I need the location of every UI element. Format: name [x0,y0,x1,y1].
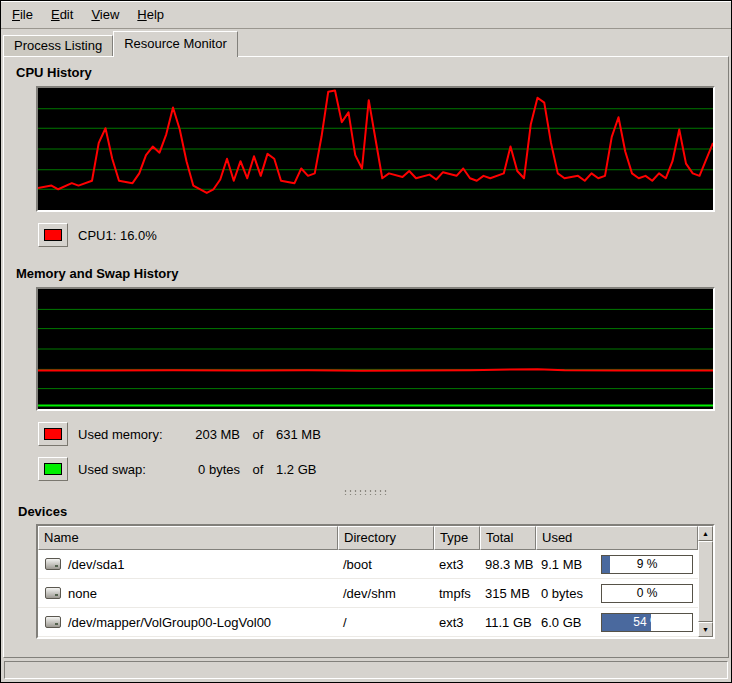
system-monitor-window: File Edit View Help Process Listing Reso… [0,0,732,683]
device-used: 0 bytes [536,586,596,601]
devices-table: Name Directory Type Total Used /dev/sda1… [36,524,715,639]
cpu-color-button[interactable] [38,223,68,247]
device-total: 98.3 MB [480,557,536,572]
tab-process-listing[interactable]: Process Listing [3,35,113,56]
column-header-total[interactable]: Total [480,526,536,550]
used-swap-value: 0 bytes [178,462,240,477]
memory-swap-chart [36,287,715,411]
table-row[interactable]: none /dev/shm tmpfs 315 MB 0 bytes 0 % [38,579,698,608]
cpu-history-chart [36,86,715,212]
devices-table-header: Name Directory Type Total Used [38,526,698,550]
device-type: ext3 [434,615,480,630]
column-header-name[interactable]: Name [38,526,338,550]
scroll-up-button[interactable]: ▲ [698,526,713,541]
scroll-down-button[interactable]: ▼ [698,622,713,637]
memory-color-button[interactable] [38,422,68,446]
column-header-type[interactable]: Type [434,526,480,550]
used-memory-label: Used memory: [78,427,178,442]
menu-view[interactable]: View [82,2,128,27]
device-name: /dev/mapper/VolGroup00-LogVol00 [68,615,271,630]
device-total: 315 MB [480,586,536,601]
drive-icon [45,558,61,570]
used-swap-of: of [240,462,276,477]
used-memory-value: 203 MB [178,427,240,442]
device-used-percent: 9 % [602,556,692,573]
memory-swap-title: Memory and Swap History [16,266,715,281]
total-swap-value: 1.2 GB [276,462,316,477]
device-used-percent: 0 % [602,585,692,602]
tab-bar: Process Listing Resource Monitor [1,29,731,56]
used-swap-legend: Used swap: 0 bytes of 1.2 GB [38,456,715,482]
device-used-progressbar: 9 % [601,555,693,574]
total-memory-value: 631 MB [276,427,321,442]
status-bar-frame [4,661,728,679]
menu-bar: File Edit View Help [1,1,731,29]
pane-resize-handle[interactable] [343,488,389,495]
device-directory: / [338,615,434,630]
device-name: /dev/sda1 [68,557,124,572]
device-directory: /dev/shm [338,586,434,601]
device-used-progressbar: 54 % [601,613,693,632]
device-used-percent: 54 % [602,614,692,631]
device-used: 9.1 MB [536,557,596,572]
swap-color-button[interactable] [38,457,68,481]
status-bar [1,658,731,682]
device-used-progressbar: 0 % [601,584,693,603]
column-header-directory[interactable]: Directory [338,526,434,550]
devices-title: Devices [18,504,715,519]
tab-resource-monitor[interactable]: Resource Monitor [113,31,238,57]
cpu-legend-label: CPU1: 16.0% [78,228,157,243]
device-directory: /boot [338,557,434,572]
drive-icon [45,616,61,628]
used-memory-legend: Used memory: 203 MB of 631 MB [38,421,715,447]
device-total: 11.1 GB [480,615,536,630]
cpu-legend: CPU1: 16.0% [38,222,715,248]
device-type: ext3 [434,557,480,572]
device-used: 6.0 GB [536,615,596,630]
devices-scrollbar[interactable]: ▲ ▼ [698,526,713,637]
devices-rows: /dev/sda1 /boot ext3 98.3 MB 9.1 MB 9 % … [38,550,698,637]
drive-icon [45,587,61,599]
device-name: none [68,586,97,601]
resource-monitor-panel: CPU History CPU1: 16.0% Memory and Swap … [3,56,729,658]
device-type: tmpfs [434,586,480,601]
up-arrow-icon: ▲ [702,530,709,537]
swap-color-swatch [44,463,62,475]
cpu-history-title: CPU History [16,65,715,80]
table-row[interactable]: /dev/mapper/VolGroup00-LogVol00 / ext3 1… [38,608,698,637]
menu-file[interactable]: File [3,2,42,27]
down-arrow-icon: ▼ [702,626,709,633]
column-header-used[interactable]: Used [536,526,698,550]
used-memory-of: of [240,427,276,442]
scrollbar-thumb[interactable] [698,541,713,622]
memory-color-swatch [44,428,62,440]
menu-edit[interactable]: Edit [42,2,82,27]
menu-help[interactable]: Help [128,2,173,27]
used-swap-label: Used swap: [78,462,178,477]
table-row[interactable]: /dev/sda1 /boot ext3 98.3 MB 9.1 MB 9 % [38,550,698,579]
cpu-color-swatch [44,229,62,241]
